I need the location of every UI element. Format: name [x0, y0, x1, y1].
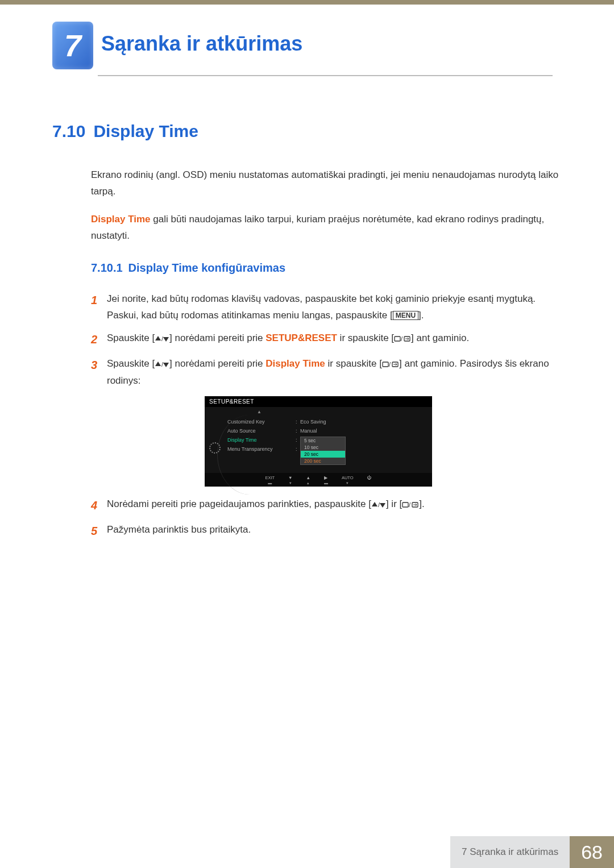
step-text-b: ].: [418, 310, 424, 321]
t: Norėdami pereiti prie pageidaujamos pari…: [107, 499, 371, 509]
svg-marker-8: [163, 363, 169, 367]
up-down-arrow-icon: /: [155, 361, 169, 368]
step-2: 2 Spauskite [/] norėdami pereiti prie SE…: [91, 330, 563, 350]
t: ir spauskite [: [337, 333, 394, 343]
svg-text:/: /: [409, 501, 411, 508]
svg-text:/: /: [378, 501, 380, 508]
up-down-arrow-icon: /: [371, 501, 386, 508]
section-number: 7.10: [52, 122, 85, 140]
footer-page-number: 68: [570, 836, 614, 868]
section-title: Display Time: [93, 122, 198, 140]
page-content: 7.10Display Time Ekrano rodinių (angl. O…: [0, 76, 614, 541]
step-4: 4 Norėdami pereiti prie pageidaujamos pa…: [91, 496, 563, 516]
step-text: Pažymėta parinktis bus pritaikyta.: [107, 521, 563, 538]
chapter-number-badge: 7: [52, 22, 93, 69]
t: ir spauskite [: [325, 358, 382, 369]
step-number: 5: [91, 521, 107, 541]
svg-marker-12: [372, 502, 377, 506]
step-5: 5 Pažymėta parinktis bus pritaikyta.: [91, 521, 563, 541]
t: ].: [419, 499, 424, 509]
page-footer: 7 Sąranka ir atkūrimas 68: [450, 836, 614, 868]
osd-footer-power: ⏻: [367, 475, 372, 485]
t: Spauskite [: [107, 358, 155, 369]
osd-footer-auto: AUTO▾: [342, 475, 354, 485]
section-heading: 7.10Display Time: [52, 122, 563, 141]
svg-text:/: /: [161, 335, 164, 342]
t: ] norėdami pereiti prie: [169, 358, 265, 369]
svg-rect-3: [395, 337, 400, 341]
osd-option: 200 sec: [301, 458, 345, 464]
subsection-number: 7.10.1: [91, 261, 123, 274]
source-enter-icon: /: [394, 335, 411, 342]
section-intro-1: Ekrano rodinių (angl. OSD) meniu nustato…: [91, 167, 563, 200]
svg-text:/: /: [161, 361, 164, 368]
display-time-label: Display Time: [265, 358, 325, 369]
step-1: 1 Jei norite, kad būtų rodomas klavišų v…: [91, 290, 563, 325]
osd-option: 10 sec: [301, 444, 345, 451]
footer-chapter-label: 7 Sąranka ir atkūrimas: [450, 836, 570, 868]
osd-body: ▲ Customized Key : Eco Saving Auto Sourc…: [205, 407, 432, 473]
chapter-header: 7 Sąranka ir atkūrimas: [0, 5, 614, 69]
colon: :: [296, 419, 300, 425]
source-enter-icon: /: [402, 501, 419, 508]
step-text: Spauskite [/] norėdami pereiti prie Disp…: [107, 355, 563, 389]
svg-text:/: /: [401, 335, 403, 342]
osd-footer-right: ▶▬: [324, 475, 328, 485]
step-text: Spauskite [/] norėdami pereiti prie SETU…: [107, 330, 563, 347]
osd-screenshot: SETUP&RESET ▲ Customized Key : Eco Savin…: [205, 396, 563, 487]
step-3: 3 Spauskite [/] norėdami pereiti prie Di…: [91, 355, 563, 389]
svg-rect-15: [403, 502, 408, 507]
osd-footer-up: ▲▴: [306, 475, 310, 485]
step-text-a: Jei norite, kad būtų rodomas klavišų vad…: [107, 293, 536, 321]
section-intro-2: Display Time gali būti naudojamas laiko …: [91, 211, 563, 244]
t: ] norėdami pereiti prie: [169, 333, 265, 343]
step-text: Jei norite, kad būtų rodomas klavišų vad…: [107, 290, 563, 325]
osd-up-arrow-icon: ▲: [257, 409, 262, 414]
svg-rect-9: [383, 362, 388, 367]
osd-row-value: Eco Saving: [300, 419, 326, 425]
step-number: 1: [91, 290, 107, 310]
t: ] ant gaminio.: [411, 333, 469, 343]
step-number: 3: [91, 355, 107, 375]
step-number: 4: [91, 496, 107, 516]
subsection-title: Display Time konfigūravimas: [128, 261, 285, 274]
step-text: Norėdami pereiti prie pageidaujamos pari…: [107, 496, 563, 513]
top-accent-bar: [0, 0, 614, 5]
t: ] ir [: [386, 499, 402, 509]
osd-row-value: Manual: [300, 428, 317, 434]
steps-list: 1 Jei norite, kad būtų rodomas klavišų v…: [91, 290, 563, 541]
osd-footer-down: ▼▾: [288, 475, 292, 485]
svg-marker-14: [380, 503, 385, 508]
chapter-title: Sąranka ir atkūrimas: [101, 22, 302, 56]
osd-title: SETUP&RESET: [205, 396, 432, 407]
osd-panel: SETUP&RESET ▲ Customized Key : Eco Savin…: [205, 396, 432, 487]
svg-marker-6: [155, 362, 161, 366]
up-down-arrow-icon: /: [155, 335, 169, 342]
menu-button-label: MENU: [393, 311, 418, 320]
source-enter-icon: /: [382, 361, 399, 368]
osd-option-selected: 20 sec: [301, 451, 345, 458]
osd-options-dropdown: 5 sec 10 sec 20 sec 200 sec: [300, 437, 346, 465]
colon: :: [296, 446, 300, 452]
intro-em: Display Time: [91, 214, 151, 225]
t: Spauskite [: [107, 333, 155, 343]
colon: :: [296, 428, 300, 434]
svg-marker-0: [155, 336, 161, 340]
step-number: 2: [91, 330, 107, 350]
intro-rest: gali būti naudojamas laiko tarpui, kuria…: [91, 214, 544, 241]
svg-marker-2: [163, 337, 169, 342]
colon: :: [296, 437, 300, 443]
svg-text:/: /: [389, 361, 391, 368]
setup-reset-label: SETUP&RESET: [265, 333, 337, 343]
subsection-heading: 7.10.1Display Time konfigūravimas: [91, 261, 563, 275]
osd-option: 5 sec: [301, 437, 345, 444]
